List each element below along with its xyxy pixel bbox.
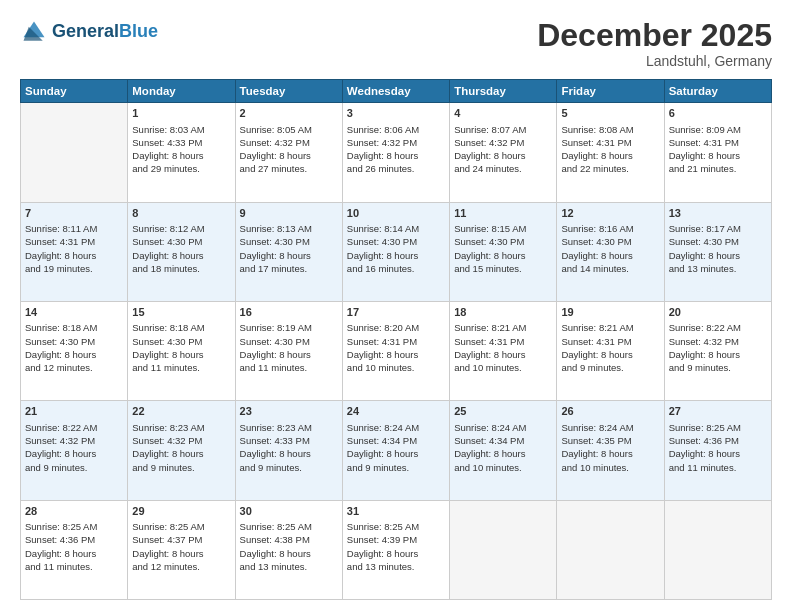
day-number: 7 <box>25 206 123 221</box>
calendar-cell: 20Sunrise: 8:22 AMSunset: 4:32 PMDayligh… <box>664 301 771 400</box>
week-row-4: 28Sunrise: 8:25 AMSunset: 4:36 PMDayligh… <box>21 500 772 599</box>
day-number: 19 <box>561 305 659 320</box>
calendar-cell: 28Sunrise: 8:25 AMSunset: 4:36 PMDayligh… <box>21 500 128 599</box>
day-number: 11 <box>454 206 552 221</box>
calendar-cell: 12Sunrise: 8:16 AMSunset: 4:30 PMDayligh… <box>557 202 664 301</box>
calendar-cell: 21Sunrise: 8:22 AMSunset: 4:32 PMDayligh… <box>21 401 128 500</box>
day-number: 15 <box>132 305 230 320</box>
calendar-cell: 19Sunrise: 8:21 AMSunset: 4:31 PMDayligh… <box>557 301 664 400</box>
title-block: December 2025 Landstuhl, Germany <box>537 18 772 69</box>
col-friday: Friday <box>557 80 664 103</box>
calendar-cell: 30Sunrise: 8:25 AMSunset: 4:38 PMDayligh… <box>235 500 342 599</box>
day-number: 23 <box>240 404 338 419</box>
day-number: 6 <box>669 106 767 121</box>
day-number: 18 <box>454 305 552 320</box>
calendar-header-row: SundayMondayTuesdayWednesdayThursdayFrid… <box>21 80 772 103</box>
day-number: 27 <box>669 404 767 419</box>
calendar-cell: 18Sunrise: 8:21 AMSunset: 4:31 PMDayligh… <box>450 301 557 400</box>
week-row-2: 14Sunrise: 8:18 AMSunset: 4:30 PMDayligh… <box>21 301 772 400</box>
col-tuesday: Tuesday <box>235 80 342 103</box>
day-number: 12 <box>561 206 659 221</box>
calendar-cell: 27Sunrise: 8:25 AMSunset: 4:36 PMDayligh… <box>664 401 771 500</box>
calendar-cell: 23Sunrise: 8:23 AMSunset: 4:33 PMDayligh… <box>235 401 342 500</box>
calendar-cell: 13Sunrise: 8:17 AMSunset: 4:30 PMDayligh… <box>664 202 771 301</box>
calendar-cell: 1Sunrise: 8:03 AMSunset: 4:33 PMDaylight… <box>128 103 235 202</box>
calendar-cell: 11Sunrise: 8:15 AMSunset: 4:30 PMDayligh… <box>450 202 557 301</box>
col-wednesday: Wednesday <box>342 80 449 103</box>
calendar-cell: 9Sunrise: 8:13 AMSunset: 4:30 PMDaylight… <box>235 202 342 301</box>
calendar-cell <box>664 500 771 599</box>
logo-blue-text: Blue <box>119 21 158 41</box>
calendar-cell: 4Sunrise: 8:07 AMSunset: 4:32 PMDaylight… <box>450 103 557 202</box>
day-number: 26 <box>561 404 659 419</box>
calendar-cell: 24Sunrise: 8:24 AMSunset: 4:34 PMDayligh… <box>342 401 449 500</box>
day-number: 30 <box>240 504 338 519</box>
calendar-cell: 2Sunrise: 8:05 AMSunset: 4:32 PMDaylight… <box>235 103 342 202</box>
week-row-3: 21Sunrise: 8:22 AMSunset: 4:32 PMDayligh… <box>21 401 772 500</box>
day-number: 28 <box>25 504 123 519</box>
calendar-cell: 17Sunrise: 8:20 AMSunset: 4:31 PMDayligh… <box>342 301 449 400</box>
calendar-cell: 26Sunrise: 8:24 AMSunset: 4:35 PMDayligh… <box>557 401 664 500</box>
day-number: 17 <box>347 305 445 320</box>
col-saturday: Saturday <box>664 80 771 103</box>
calendar-cell: 7Sunrise: 8:11 AMSunset: 4:31 PMDaylight… <box>21 202 128 301</box>
logo-icon <box>20 18 48 46</box>
logo: GeneralBlue <box>20 18 158 46</box>
header: GeneralBlue December 2025 Landstuhl, Ger… <box>20 18 772 69</box>
location: Landstuhl, Germany <box>537 53 772 69</box>
calendar-cell <box>450 500 557 599</box>
day-number: 20 <box>669 305 767 320</box>
month-title: December 2025 <box>537 18 772 53</box>
day-number: 25 <box>454 404 552 419</box>
day-number: 2 <box>240 106 338 121</box>
page: GeneralBlue December 2025 Landstuhl, Ger… <box>0 0 792 612</box>
col-monday: Monday <box>128 80 235 103</box>
day-number: 13 <box>669 206 767 221</box>
day-number: 3 <box>347 106 445 121</box>
calendar-cell: 31Sunrise: 8:25 AMSunset: 4:39 PMDayligh… <box>342 500 449 599</box>
col-sunday: Sunday <box>21 80 128 103</box>
day-number: 14 <box>25 305 123 320</box>
day-number: 10 <box>347 206 445 221</box>
calendar-cell: 15Sunrise: 8:18 AMSunset: 4:30 PMDayligh… <box>128 301 235 400</box>
day-number: 4 <box>454 106 552 121</box>
day-number: 31 <box>347 504 445 519</box>
day-number: 29 <box>132 504 230 519</box>
day-number: 21 <box>25 404 123 419</box>
calendar-cell: 22Sunrise: 8:23 AMSunset: 4:32 PMDayligh… <box>128 401 235 500</box>
calendar-cell <box>21 103 128 202</box>
day-number: 5 <box>561 106 659 121</box>
day-number: 16 <box>240 305 338 320</box>
calendar-cell: 5Sunrise: 8:08 AMSunset: 4:31 PMDaylight… <box>557 103 664 202</box>
calendar-cell: 10Sunrise: 8:14 AMSunset: 4:30 PMDayligh… <box>342 202 449 301</box>
calendar-cell: 25Sunrise: 8:24 AMSunset: 4:34 PMDayligh… <box>450 401 557 500</box>
calendar-cell: 6Sunrise: 8:09 AMSunset: 4:31 PMDaylight… <box>664 103 771 202</box>
calendar-cell <box>557 500 664 599</box>
calendar-cell: 14Sunrise: 8:18 AMSunset: 4:30 PMDayligh… <box>21 301 128 400</box>
col-thursday: Thursday <box>450 80 557 103</box>
calendar-cell: 3Sunrise: 8:06 AMSunset: 4:32 PMDaylight… <box>342 103 449 202</box>
day-number: 22 <box>132 404 230 419</box>
logo-general-text: General <box>52 21 119 41</box>
day-number: 9 <box>240 206 338 221</box>
week-row-1: 7Sunrise: 8:11 AMSunset: 4:31 PMDaylight… <box>21 202 772 301</box>
day-number: 1 <box>132 106 230 121</box>
calendar-cell: 16Sunrise: 8:19 AMSunset: 4:30 PMDayligh… <box>235 301 342 400</box>
day-number: 24 <box>347 404 445 419</box>
calendar-cell: 8Sunrise: 8:12 AMSunset: 4:30 PMDaylight… <box>128 202 235 301</box>
calendar: SundayMondayTuesdayWednesdayThursdayFrid… <box>20 79 772 600</box>
calendar-cell: 29Sunrise: 8:25 AMSunset: 4:37 PMDayligh… <box>128 500 235 599</box>
day-number: 8 <box>132 206 230 221</box>
week-row-0: 1Sunrise: 8:03 AMSunset: 4:33 PMDaylight… <box>21 103 772 202</box>
logo-general: GeneralBlue <box>52 22 158 42</box>
